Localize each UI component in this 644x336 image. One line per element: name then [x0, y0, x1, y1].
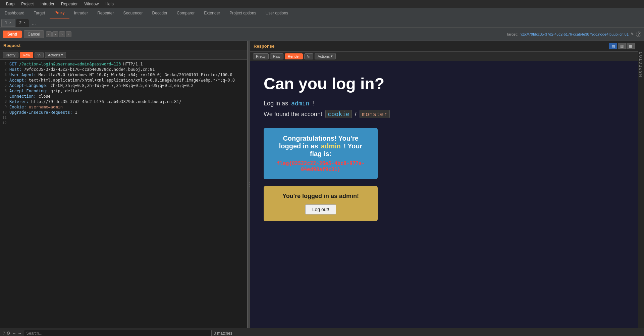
nav-project-options[interactable]: Project options	[225, 8, 261, 18]
gold-box: You're logged in as admin! Log out!	[264, 186, 378, 221]
tab-1-label: 1	[5, 20, 7, 25]
code-line-1: 1 GET /?action=login&username=admin&pass…	[0, 62, 247, 67]
response-panel: Response ▤ ▥ ▦ Pretty Raw Render \n Acti…	[250, 41, 638, 328]
menu-bar: Burp Project Intruder Repeater Window He…	[0, 0, 644, 8]
edit-icon[interactable]: ✎	[631, 32, 634, 37]
menu-repeater[interactable]: Repeater	[58, 0, 81, 8]
nav-comparer[interactable]: Comparer	[172, 8, 199, 18]
nav-target[interactable]: Target	[29, 8, 50, 18]
response-actions-btn[interactable]: Actions ▾	[315, 53, 336, 59]
request-raw-btn[interactable]: Raw	[20, 52, 33, 58]
prev-match-icon[interactable]: ←	[12, 331, 16, 336]
response-render-area: Can you log in? Log in as admin ! We fou…	[250, 61, 638, 328]
nav-decoder[interactable]: Decoder	[148, 8, 172, 18]
code-line-5: 5 Accept-Language: zh-CN,zh;q=0.8,zh-TW;…	[0, 83, 247, 89]
menu-help[interactable]: Help	[102, 0, 117, 8]
congrats-user: admin	[321, 142, 341, 150]
response-sub-toolbar: Pretty Raw Render \n Actions ▾	[250, 52, 638, 61]
search-bar: ? ⚙ ← → 0 matches	[0, 328, 644, 336]
monster-tag: monster	[360, 110, 390, 118]
code-line-10: 10 Upgrade-Insecure-Requests: 1	[0, 110, 247, 115]
logged-in-text: You're logged in as admin!	[274, 193, 368, 200]
cancel-button[interactable]: Cancel	[24, 30, 44, 38]
nav-extender[interactable]: Extender	[199, 8, 225, 18]
nav-dashboard[interactable]: Dashboard	[0, 8, 29, 18]
tab-1[interactable]: 1 ×	[1, 19, 15, 27]
next-match-icon[interactable]: →	[17, 331, 22, 336]
response-pretty-btn[interactable]: Pretty	[253, 53, 269, 59]
request-actions-btn[interactable]: Actions ▾	[45, 52, 66, 58]
found-account-line: We found the account cookie / monster	[264, 110, 625, 118]
nav-up-button[interactable]: ›	[59, 31, 65, 37]
code-line-3: 3 User-Agent: Mozilla/5.0 (Windows NT 10…	[0, 73, 247, 78]
nav-back-button[interactable]: ‹	[46, 31, 52, 37]
nav-arrows: ‹ › › ›	[46, 31, 72, 37]
search-result: 0 matches	[214, 331, 232, 336]
response-raw-btn[interactable]: Raw	[270, 53, 283, 59]
target-url-area: Target: http://79fdcc35-37d2-45c2-b176-c…	[506, 32, 641, 37]
target-label: Target:	[506, 32, 518, 36]
code-line-7: 7 Connection: close	[0, 94, 247, 99]
code-line-12: 12	[0, 121, 247, 126]
cookie-tag: cookie	[325, 110, 352, 118]
request-newline-btn[interactable]: \n	[35, 52, 44, 58]
code-line-11: 11	[0, 115, 247, 121]
nav-down-button[interactable]: ›	[66, 31, 72, 37]
menu-intruder[interactable]: Intruder	[37, 0, 58, 8]
menu-burp[interactable]: Burp	[3, 0, 18, 8]
tab-2-close[interactable]: ×	[23, 21, 25, 25]
view-split-h-btn[interactable]: ▤	[609, 43, 617, 49]
congrats-title: Congratulations! You're logged in as adm…	[274, 135, 368, 158]
page-title: Can you log in?	[264, 75, 625, 93]
nav-proxy[interactable]: Proxy	[50, 8, 69, 18]
tab-more[interactable]: ...	[30, 20, 38, 26]
code-line-8: 8 Referer: http://79fdcc35-37d2-45c2-b17…	[0, 99, 247, 105]
view-toggle: ▤ ▥ ▦	[609, 43, 635, 49]
inspector-panel: INSPECTOR	[638, 41, 644, 328]
nav-user-options[interactable]: User options	[261, 8, 293, 18]
nav-intruder[interactable]: Intruder	[69, 8, 93, 18]
nav-sequencer[interactable]: Sequencer	[119, 8, 148, 18]
gear-icon[interactable]: ⚙	[6, 331, 10, 336]
main-area: Request Pretty Raw \n Actions ▾ 1 GET /?…	[0, 41, 644, 328]
toolbar: Send Cancel ‹ › › › Target: http://79fdc…	[0, 28, 644, 41]
menu-project[interactable]: Project	[18, 0, 37, 8]
request-sub-toolbar: Pretty Raw \n Actions ▾	[0, 50, 247, 60]
view-tabs-btn[interactable]: ▦	[627, 43, 635, 49]
request-pretty-btn[interactable]: Pretty	[3, 52, 18, 58]
top-nav: Dashboard Target Proxy Intruder Repeater…	[0, 8, 644, 18]
tab-1-close[interactable]: ×	[9, 21, 11, 25]
response-newline-btn[interactable]: \n	[304, 53, 313, 59]
code-line-2: 2 Host: 79fdcc35-37d2-45c2-b176-ccab4e38…	[0, 67, 247, 73]
code-line-6: 6 Accept-Encoding: gzip, deflate	[0, 89, 247, 94]
login-as-line: Log in as admin !	[264, 100, 625, 107]
flag-text: flag{02522c22-26e5-4bc8-977a-04ed98af9c3…	[274, 160, 368, 173]
help-icon[interactable]: ?	[636, 32, 641, 37]
rendered-page: Can you log in? Log in as admin ! We fou…	[250, 61, 638, 328]
tab-2-label: 2	[19, 20, 22, 25]
congrats-box: Congratulations! You're logged in as adm…	[264, 128, 378, 179]
request-panel-header: Request	[0, 41, 247, 50]
help-circle-icon[interactable]: ?	[3, 331, 5, 336]
response-render-btn[interactable]: Render	[285, 53, 303, 59]
nav-forward-up-button[interactable]: ›	[52, 31, 58, 37]
logout-button[interactable]: Log out!	[305, 204, 336, 214]
request-panel: Request Pretty Raw \n Actions ▾ 1 GET /?…	[0, 41, 248, 328]
code-line-4: 4 Accept: text/html,application/xhtml+xm…	[0, 78, 247, 83]
response-panel-header: Response ▤ ▥ ▦	[250, 41, 638, 52]
request-content[interactable]: 1 GET /?action=login&username=admin&pass…	[0, 60, 247, 328]
view-split-v-btn[interactable]: ▥	[618, 43, 626, 49]
tab-2[interactable]: 2 ×	[16, 19, 30, 27]
inspector-label: INSPECTOR	[638, 48, 644, 82]
send-button[interactable]: Send	[3, 31, 22, 38]
target-url-value: http://79fdcc35-37d2-45c2-b176-ccab4e387…	[520, 32, 629, 36]
nav-repeater[interactable]: Repeater	[93, 8, 118, 18]
search-icons: ? ⚙ ← →	[3, 331, 22, 336]
login-as-user: admin	[291, 100, 309, 107]
code-line-9: 9 Cookie: username=admin	[0, 105, 247, 110]
tab-strip: 1 × 2 × ...	[0, 18, 644, 28]
search-input[interactable]	[24, 330, 212, 336]
menu-window[interactable]: Window	[81, 0, 102, 8]
